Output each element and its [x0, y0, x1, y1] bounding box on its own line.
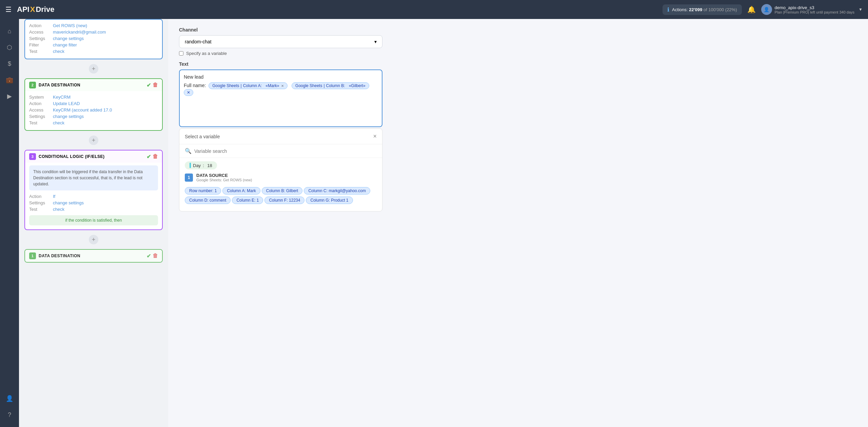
var-column-a[interactable]: Column A: Mark [222, 187, 260, 195]
tag1-source: Google Sheets [212, 83, 239, 88]
ds-badge: 1 [185, 174, 193, 182]
var-column-d[interactable]: Column D: comment [185, 197, 231, 204]
var-column-g[interactable]: Column G: Product 1 [306, 197, 353, 204]
chevron-down-icon: ▾ [374, 39, 377, 44]
menu-icon[interactable]: ☰ [5, 5, 12, 14]
ds-title: DATA SOURCE [196, 173, 252, 178]
pipeline-panel: Action Get ROWS (new) Access maverickand… [19, 19, 168, 427]
card2-settings-value[interactable]: change settings [53, 114, 84, 119]
logo: APIXDrive [17, 5, 54, 14]
tag1-close-icon[interactable]: ✕ [281, 84, 284, 88]
info-icon: ℹ [667, 6, 669, 13]
actions-limit: 100'000 [708, 7, 724, 12]
actions-badge: ℹ Actions: 22'099 of 100'000 (22%) [663, 4, 742, 15]
card3-settings-value[interactable]: change settings [53, 200, 84, 205]
card2-access-label: Access [29, 107, 53, 113]
action-value[interactable]: Get ROWS (new) [53, 23, 87, 28]
test-label: Test [29, 49, 53, 54]
card4-delete-icon[interactable]: 🗑 [153, 253, 158, 259]
var-column-f[interactable]: Column F: 12234 [264, 197, 304, 204]
variable-panel-header: Select a variable × [179, 129, 382, 144]
day-badge: Day: 18 [185, 161, 217, 169]
actions-label: Actions: [672, 7, 688, 12]
card2-system-value[interactable]: KeyCRM [53, 95, 71, 100]
var-column-e[interactable]: Column E: 1 [232, 197, 263, 204]
card3-settings-label: Settings [29, 200, 53, 205]
tag2-value: «Gilbert» [349, 83, 366, 88]
user-section[interactable]: 👤 demo_apix-drive_s3 Plan |Premium PRO| … [761, 4, 863, 15]
card3-action-label: Action [29, 194, 53, 199]
sidebar-item-integrations[interactable]: 💼 [3, 73, 16, 87]
text-editor[interactable]: New lead Full name: Google Sheets | Colu… [179, 69, 382, 127]
datasource-header: 1 DATA SOURCE Google Sheets: Get ROWS (n… [185, 173, 377, 182]
card3-test-value[interactable]: check [53, 207, 64, 212]
tag2[interactable]: Google Sheets | Column B: «Gilbert» [292, 82, 369, 89]
card2-action-value[interactable]: Update LEAD [53, 101, 80, 106]
card4-check-icon: ✔ [146, 253, 151, 259]
filter-label: Filter [29, 42, 53, 47]
specify-checkbox-input[interactable] [179, 51, 183, 56]
day-bar [190, 163, 191, 168]
bell-button[interactable]: 🔔 [746, 4, 757, 15]
variable-tags-list: Row number: 1 Column A: Mark Column B: G… [185, 186, 377, 205]
user-name: demo_apix-drive_s3 [775, 5, 855, 10]
var-column-b[interactable]: Column B: Gilbert [262, 187, 303, 195]
card4-badge: 1 [29, 252, 36, 259]
logo-api: API [17, 5, 29, 14]
tag-close[interactable]: ✕ [184, 89, 193, 96]
card-data-destination: 2 DATA DESTINATION ✔ 🗑 System KeyCRM Act… [24, 78, 163, 131]
settings-label: Settings [29, 36, 53, 41]
tag2-sep: | [323, 83, 324, 88]
settings-value[interactable]: change settings [53, 36, 84, 41]
access-value[interactable]: maverickandrii@gmail.com [53, 29, 106, 35]
variable-panel-close-icon[interactable]: × [373, 133, 377, 140]
variable-search-input[interactable] [194, 148, 377, 154]
card2-access-value[interactable]: KeyCRM (account added 17.0 [53, 107, 112, 113]
card2-delete-icon[interactable]: 🗑 [153, 82, 158, 88]
variable-panel-title: Select a variable [185, 134, 220, 139]
card3-delete-icon[interactable]: 🗑 [153, 154, 158, 160]
sidebar-item-billing[interactable]: $ [3, 57, 16, 70]
add-step-button-2[interactable]: + [89, 136, 98, 145]
fullname-prefix: Full name: [184, 83, 206, 88]
card2-test-label: Test [29, 120, 53, 125]
sidebar-item-youtube[interactable]: ▶ [3, 89, 16, 103]
test-value[interactable]: check [53, 49, 64, 54]
var-row-number[interactable]: Row number: 1 [185, 187, 221, 195]
sidebar-item-home[interactable]: ⌂ [3, 24, 16, 38]
add-step-button-1[interactable]: + [89, 64, 98, 74]
day-value: 18 [207, 163, 212, 168]
tag2-col: Column B: [326, 83, 345, 88]
day-label: Day [193, 163, 201, 168]
channel-select[interactable]: random-chat ▾ [179, 35, 382, 48]
add-step-button-3[interactable]: + [89, 235, 98, 244]
specify-checkbox: Specify as a variable [179, 51, 857, 56]
text-line1: New lead [184, 74, 378, 80]
logo-drive: Drive [36, 5, 54, 14]
card-conditional-logic: 3 CONDITIONAL LOGIC (IF/ELSE) ✔ 🗑 This c… [24, 150, 163, 230]
logo-x: X [30, 5, 35, 14]
topbar: ☰ APIXDrive ℹ Actions: 22'099 of 100'000… [0, 0, 868, 19]
sidebar-item-help[interactable]: ? [3, 408, 16, 422]
card-data-source: Action Get ROWS (new) Access maverickand… [24, 19, 163, 59]
card3-test-label: Test [29, 207, 53, 212]
card4-title: DATA DESTINATION [39, 253, 146, 258]
card2-test-value[interactable]: check [53, 120, 64, 125]
right-panel: Channel random-chat ▾ Specify as a varia… [168, 19, 868, 427]
sidebar-nav: ⌂ ⬡ $ 💼 ▶ 👤 ? [0, 19, 19, 427]
card3-check-icon: ✔ [146, 154, 151, 160]
card3-title: CONDITIONAL LOGIC (IF/ELSE) [39, 154, 146, 159]
user-plan: Plan |Premium PRO| left until payment 34… [775, 10, 855, 14]
actions-count: 22'099 [689, 7, 702, 12]
tag1-col: Column A: [243, 83, 262, 88]
tag1[interactable]: Google Sheets | Column A: «Mark» ✕ [209, 82, 288, 89]
channel-label: Channel [179, 27, 857, 33]
tag1-value: «Mark» [265, 83, 279, 88]
var-column-c[interactable]: Column C: markgil@yahoo.com [304, 187, 370, 195]
sidebar-item-profile[interactable]: 👤 [3, 392, 16, 405]
card2-settings-label: Settings [29, 114, 53, 119]
filter-value[interactable]: change filter [53, 42, 77, 47]
card2-badge: 2 [29, 82, 36, 88]
card3-action-value[interactable]: If [53, 194, 55, 199]
sidebar-item-network[interactable]: ⬡ [3, 41, 16, 54]
